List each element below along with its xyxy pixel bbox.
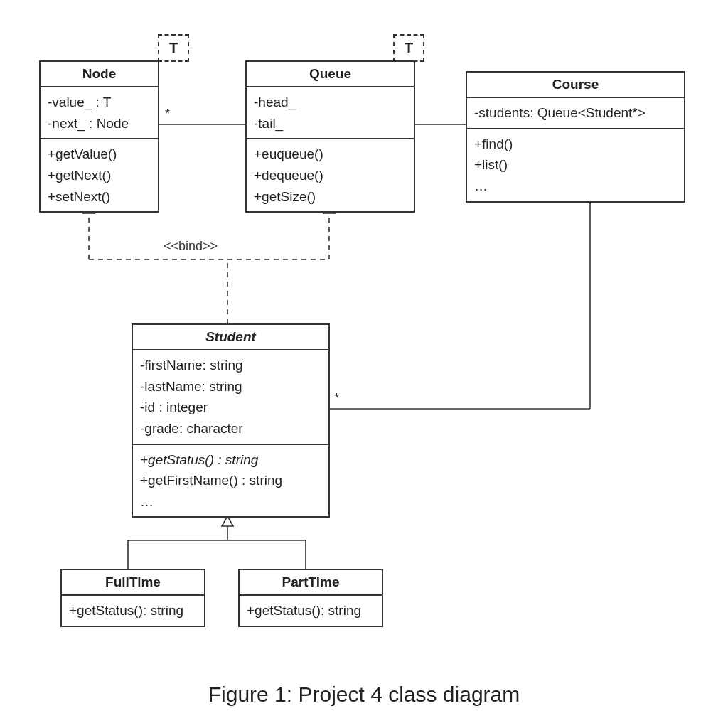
class-course-title: Course [467, 73, 684, 98]
op: +dequeue() [254, 165, 407, 186]
mult-student: * [334, 391, 339, 406]
class-fulltime: FullTime +getStatus(): string [60, 569, 205, 627]
class-fulltime-title: FullTime [62, 570, 204, 596]
attr: -lastName: string [140, 376, 321, 397]
attr: -head_ [254, 92, 407, 113]
attr: -id : integer [140, 397, 321, 418]
rel-bind [83, 203, 335, 323]
figure-caption: Figure 1: Project 4 class diagram [0, 682, 728, 707]
op: … [140, 491, 321, 513]
class-parttime: PartTime +getStatus(): string [238, 569, 383, 627]
class-parttime-ops: +getStatus(): string [240, 596, 382, 626]
op: +getNext() [48, 165, 151, 186]
class-fulltime-ops: +getStatus(): string [62, 596, 204, 626]
attr: -value_ : T [48, 92, 151, 113]
template-param-node: T [158, 34, 189, 62]
attr: -tail_ [254, 113, 407, 134]
op: +setNext() [48, 186, 151, 208]
op: +find() [474, 134, 677, 155]
class-parttime-title: PartTime [240, 570, 382, 596]
op: … [474, 176, 677, 197]
bind-stereotype: <<bind>> [164, 239, 218, 254]
class-student-title: Student [133, 325, 328, 350]
attr: -grade: character [140, 418, 321, 439]
class-student-attrs: -firstName: string -lastName: string -id… [133, 350, 328, 445]
mult-node: * [165, 107, 170, 122]
class-node: Node -value_ : T -next_ : Node +getValue… [39, 60, 159, 213]
class-node-attrs: -value_ : T -next_ : Node [41, 87, 158, 139]
attr: -students: Queue<Student*> [474, 102, 677, 124]
class-student: Student -firstName: string -lastName: st… [132, 323, 330, 518]
class-queue-title: Queue [247, 62, 414, 87]
rel-course-student [327, 199, 590, 409]
op: +getValue() [48, 144, 151, 165]
class-queue-ops: +euqueue() +dequeue() +getSize() [247, 139, 414, 211]
class-queue-attrs: -head_ -tail_ [247, 87, 414, 139]
op: +getSize() [254, 186, 407, 208]
op: +getStatus() : string [140, 449, 321, 471]
class-course-attrs: -students: Queue<Student*> [467, 98, 684, 129]
class-queue: Queue -head_ -tail_ +euqueue() +dequeue(… [245, 60, 415, 213]
diagram-stage: { "caption": "Figure 1: Project 4 class … [0, 0, 728, 728]
op: +getFirstName() : string [140, 470, 321, 491]
attr: -next_ : Node [48, 113, 151, 134]
op: +euqueue() [254, 144, 407, 165]
class-course-ops: +find() +list() … [467, 129, 684, 201]
op: +getStatus(): string [69, 600, 197, 621]
class-node-ops: +getValue() +getNext() +setNext() [41, 139, 158, 211]
class-node-title: Node [41, 62, 158, 87]
class-course: Course -students: Queue<Student*> +find(… [466, 71, 685, 203]
attr: -firstName: string [140, 355, 321, 376]
class-student-ops: +getStatus() : string +getFirstName() : … [133, 445, 328, 517]
template-param-queue: T [393, 34, 424, 62]
rel-generalization [128, 516, 306, 569]
op: +list() [474, 154, 677, 176]
op: +getStatus(): string [247, 600, 375, 621]
